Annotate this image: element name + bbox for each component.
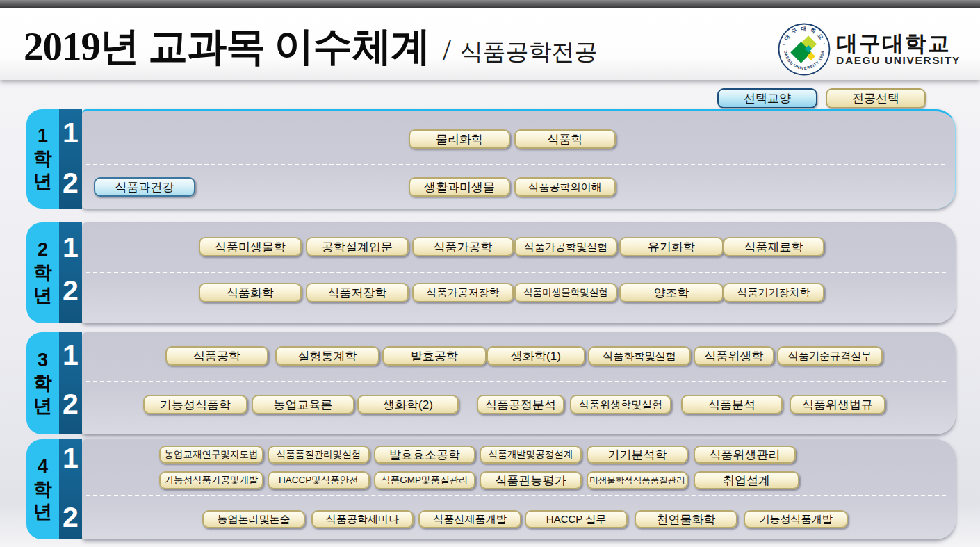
course-button[interactable]: 공학설계입문 xyxy=(306,237,409,256)
course-button[interactable]: 유기화학 xyxy=(619,237,724,256)
semester-strip: 12 xyxy=(59,109,82,209)
course-button[interactable]: 미생물학적식품품질관리 xyxy=(587,471,688,489)
course-button[interactable]: 천연물화학 xyxy=(635,510,737,528)
course-button[interactable]: 식품관능평가 xyxy=(480,471,582,489)
course-button[interactable]: 식품위생법규 xyxy=(790,395,885,414)
course-button[interactable]: 식품공정분석 xyxy=(477,395,564,414)
semester-number: 1 xyxy=(59,234,82,262)
semester-strip: 12 xyxy=(59,439,82,539)
semester-number: 2 xyxy=(59,390,82,418)
course-button[interactable]: 식품학 xyxy=(514,129,616,149)
course-button[interactable]: 식품미생물학및실험 xyxy=(514,283,617,302)
course-button[interactable]: 기기분석학 xyxy=(587,446,688,464)
course-button[interactable]: 생화학(1) xyxy=(487,346,585,366)
top-accent-bar xyxy=(0,0,980,8)
year-panel: 물리화학식품학식품과건강생활과미생물식품공학의이해 xyxy=(82,109,956,209)
course-button[interactable]: 농업논리및논술 xyxy=(202,510,305,528)
course-button[interactable]: 식품개발및공정설계 xyxy=(480,446,582,464)
course-button[interactable]: 식품품질관리및실험 xyxy=(268,446,370,464)
header: 2019년 교과목 이수체계 / 식품공학전공 · 대 구 대 학 교 · DA… xyxy=(0,8,980,80)
course-button[interactable]: 식품분석 xyxy=(681,395,783,414)
course-button[interactable]: 발효공학 xyxy=(382,346,487,366)
university-name: 대구대학교 DAEGU UNIVERSITY xyxy=(836,33,961,67)
course-button[interactable]: 식품위생학및실험 xyxy=(570,395,671,414)
course-button[interactable]: 식품가공저장학 xyxy=(412,283,514,302)
course-button[interactable]: 식품위생학 xyxy=(694,346,774,366)
course-button[interactable]: 식품미생물학 xyxy=(199,237,302,256)
university-seal-icon: · 대 구 대 학 교 · DAEGU UNIVERSITY 1956 xyxy=(778,23,831,76)
course-button[interactable]: 식품가공학 xyxy=(412,237,514,256)
semester-strip: 12 xyxy=(59,332,82,434)
course-button[interactable]: 물리화학 xyxy=(409,129,510,149)
year-row: 식품공학실험통계학발효공학생화학(1)식품화학및실험식품위생학식품기준규격실무기… xyxy=(26,332,956,434)
course-button[interactable]: 기능성식품가공및개발 xyxy=(159,471,263,489)
title-block: 2019년 교과목 이수체계 / 식품공학전공 xyxy=(24,20,598,74)
course-button[interactable]: 기능성식품개발 xyxy=(744,510,848,528)
legend-liberal-elective[interactable]: 선택교양 xyxy=(717,88,817,108)
course-button[interactable]: 식품과건강 xyxy=(94,177,195,197)
course-button[interactable]: 식품공학세미나 xyxy=(311,510,414,528)
semester-number: 2 xyxy=(59,277,82,305)
grade-label: 2학년 xyxy=(33,238,52,307)
major-name: 식품공학전공 xyxy=(460,40,598,65)
course-button[interactable]: 실험통계학 xyxy=(275,346,379,366)
course-button[interactable]: 식품저장학 xyxy=(306,283,409,302)
year-row: 식품미생물학공학설계입문식품가공학식품가공학및실험유기화학식품재료학식품화학식품… xyxy=(26,222,956,323)
course-button[interactable]: 식품기기장치학 xyxy=(723,283,824,302)
university-logo: · 대 구 대 학 교 · DAEGU UNIVERSITY 1956 대구대학… xyxy=(778,23,961,76)
course-button[interactable]: 식품화학 xyxy=(199,283,302,302)
page-title: 2019년 교과목 이수체계 xyxy=(24,24,430,68)
course-button[interactable]: 식품신제품개발 xyxy=(418,510,521,528)
course-button[interactable]: 농업교재연구및지도법 xyxy=(159,446,263,464)
course-button[interactable]: 식품기준규격실무 xyxy=(777,346,883,366)
year-panel: 농업교재연구및지도법식품품질관리및실험발효효소공학식품개발및공정설계기기분석학식… xyxy=(82,439,956,539)
semester-number: 1 xyxy=(59,444,82,473)
course-button[interactable]: HACCP 실무 xyxy=(525,510,628,528)
semester-number: 2 xyxy=(59,503,82,532)
course-button[interactable]: 양조학 xyxy=(619,283,724,302)
course-button[interactable]: 식품공학의이해 xyxy=(514,177,616,197)
semester-divider xyxy=(86,495,946,496)
course-button[interactable]: 식품위생관리 xyxy=(694,446,796,464)
course-button[interactable]: 생화학(2) xyxy=(357,395,459,414)
course-button[interactable]: 발효효소공학 xyxy=(374,446,475,464)
semester-number: 1 xyxy=(59,341,82,370)
year-row: 농업교재연구및지도법식품품질관리및실험발효효소공학식품개발및공정설계기기분석학식… xyxy=(26,439,956,539)
legend: 선택교양 전공선택 xyxy=(0,88,980,109)
semester-number: 1 xyxy=(59,119,82,147)
course-button[interactable]: 식품재료학 xyxy=(723,237,824,256)
course-button[interactable]: 농업교육론 xyxy=(252,395,354,414)
year-panel: 식품공학실험통계학발효공학생화학(1)식품화학및실험식품위생학식품기준규격실무기… xyxy=(82,332,956,434)
semester-strip: 12 xyxy=(59,222,82,323)
grade-label: 4학년 xyxy=(33,455,52,524)
course-button[interactable]: 기능성식품학 xyxy=(143,395,247,414)
course-button[interactable]: 식품가공학및실험 xyxy=(514,237,617,256)
legend-major-elective[interactable]: 전공선택 xyxy=(826,88,926,108)
course-button[interactable]: HACCP및식품안전 xyxy=(268,471,370,489)
year-panel: 식품미생물학공학설계입문식품가공학식품가공학및실험유기화학식품재료학식품화학식품… xyxy=(82,222,956,323)
university-name-en: DAEGU UNIVERSITY xyxy=(836,55,961,66)
semester-divider xyxy=(86,272,946,273)
semester-divider xyxy=(86,381,946,382)
grade-label: 3학년 xyxy=(33,349,52,418)
grade-label: 1학년 xyxy=(33,124,52,193)
year-row: 물리화학식품학식품과건강생활과미생물식품공학의이해1학년12 xyxy=(26,109,956,209)
title-separator: / xyxy=(443,33,451,67)
slide: 2019년 교과목 이수체계 / 식품공학전공 · 대 구 대 학 교 · DA… xyxy=(0,0,980,547)
course-button[interactable]: 식품화학및실험 xyxy=(588,346,691,366)
university-name-kr: 대구대학교 xyxy=(836,33,961,56)
semester-number: 2 xyxy=(59,169,82,197)
course-button[interactable]: 취업설계 xyxy=(694,471,799,489)
course-button[interactable]: 식품공학 xyxy=(165,346,268,366)
course-button[interactable]: 식품GMP및품질관리 xyxy=(374,471,475,489)
course-button[interactable]: 생활과미생물 xyxy=(409,177,510,197)
semester-divider xyxy=(86,164,945,165)
